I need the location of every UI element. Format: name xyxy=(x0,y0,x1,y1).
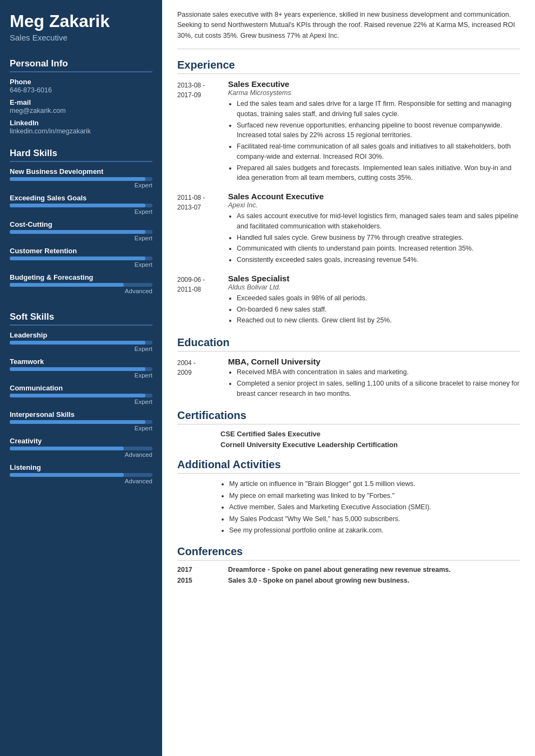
education-section: Education 2004 -2009 MBA, Cornell Univer… xyxy=(177,336,520,400)
edu-dates: 2004 -2009 xyxy=(177,357,220,400)
skill-level: Expert xyxy=(10,261,152,268)
bullet-item: Led the sales team and sales drive for a… xyxy=(237,99,520,119)
soft-skill-item: Teamwork Expert xyxy=(10,357,152,379)
skill-bar-bg xyxy=(10,230,152,234)
skill-level: Advanced xyxy=(10,288,152,294)
conference-item: 2015 Sales 3.0 - Spoke on panel about gr… xyxy=(177,577,520,584)
skill-bar-fill xyxy=(10,367,145,371)
job-item: 2013-08 -2017-09 Sales Executive Karma M… xyxy=(177,79,520,184)
personal-info-heading: Personal Info xyxy=(10,58,152,72)
skill-name: Exceeding Sales Goals xyxy=(10,194,152,202)
bullet-item: Communicated with clients to understand … xyxy=(237,244,520,254)
hard-skill-item: Cost-Cutting Expert xyxy=(10,220,152,241)
personal-info-section: Personal Info Phone 646-873-6016 E-mail … xyxy=(0,50,162,139)
bullet-item: Handled full sales cycle. Grew business … xyxy=(237,233,520,243)
hard-skill-item: New Business Development Expert xyxy=(10,167,152,188)
job-company: Apexi Inc. xyxy=(228,201,520,209)
cert-item: CSE Certified Sales Executive xyxy=(177,430,520,438)
conf-year: 2015 xyxy=(177,577,220,584)
activities-heading: Additional Activities xyxy=(177,458,520,474)
skill-bar-bg xyxy=(10,283,152,287)
sidebar: Meg Zakarik Sales Executive Personal Inf… xyxy=(0,0,162,756)
skill-bar-fill xyxy=(10,341,145,345)
education-item: 2004 -2009 MBA, Cornell University Recei… xyxy=(177,357,520,400)
skill-name: Budgeting & Forecasting xyxy=(10,273,152,281)
skill-bar-fill xyxy=(10,204,145,207)
conferences-list: 2017 Dreamforce - Spoke on panel about g… xyxy=(177,566,520,584)
skill-name: Teamwork xyxy=(10,357,152,366)
skill-bar-fill xyxy=(10,230,145,234)
job-bullets: As sales account executive for mid-level… xyxy=(228,211,520,265)
edu-degree: MBA, Cornell University xyxy=(228,357,520,366)
skill-level: Expert xyxy=(10,346,152,352)
candidate-name: Meg Zakarik xyxy=(10,12,152,31)
job-title: Sales Specialist xyxy=(228,274,520,283)
bullet-item: Exceeded sales goals in 98% of all perio… xyxy=(237,293,520,303)
hard-skills-section: Hard Skills New Business Development Exp… xyxy=(0,139,162,303)
job-company: Karma Microsystems xyxy=(228,89,520,97)
job-dates: 2011-08 -2013-07 xyxy=(177,192,220,266)
soft-skill-item: Interpersonal Skills Expert xyxy=(10,410,152,431)
job-title: Sales Executive xyxy=(228,79,520,89)
skill-bar-bg xyxy=(10,420,152,424)
edu-bullets: Received MBA with concentration in sales… xyxy=(228,367,520,399)
summary-text: Passionate sales executive with 8+ years… xyxy=(177,10,520,49)
soft-skills-section: Soft Skills Leadership Expert Teamwork E… xyxy=(0,303,162,493)
email-value: meg@zakarik.com xyxy=(10,107,152,114)
skill-level: Expert xyxy=(10,182,152,188)
skill-bar-fill xyxy=(10,283,124,287)
skill-bar-bg xyxy=(10,341,152,345)
skill-bar-bg xyxy=(10,473,152,477)
bullet-item: On-boarded 6 new sales staff. xyxy=(237,305,520,315)
activities-list: My article on influence in "Brain Blogge… xyxy=(177,479,520,536)
skill-name: Listening xyxy=(10,463,152,471)
certs-list: CSE Certified Sales ExecutiveCornell Uni… xyxy=(177,430,520,449)
skill-level: Expert xyxy=(10,372,152,379)
conferences-section: Conferences 2017 Dreamforce - Spoke on p… xyxy=(177,545,520,584)
education-heading: Education xyxy=(177,336,520,352)
bullet-item: Consistently exceeded sales goals, incre… xyxy=(237,255,520,265)
bullet-item: As sales account executive for mid-level… xyxy=(237,211,520,232)
phone-value: 646-873-6016 xyxy=(10,86,152,94)
skill-bar-bg xyxy=(10,256,152,260)
conference-item: 2017 Dreamforce - Spoke on panel about g… xyxy=(177,566,520,573)
skill-name: Cost-Cutting xyxy=(10,220,152,228)
conf-desc: Sales 3.0 - Spoke on panel about growing… xyxy=(228,577,520,584)
job-dates: 2013-08 -2017-09 xyxy=(177,79,220,184)
certifications-section: Certifications CSE Certified Sales Execu… xyxy=(177,409,520,449)
skill-bar-bg xyxy=(10,394,152,397)
skill-level: Expert xyxy=(10,425,152,431)
skill-bar-bg xyxy=(10,204,152,207)
linkedin-value: linkedin.com/in/megzakarik xyxy=(10,127,152,135)
job-item: 2011-08 -2013-07 Sales Account Executive… xyxy=(177,192,520,266)
bullet-item: Prepared all sales budgets and forecasts… xyxy=(237,163,520,184)
bullet-item: Facilitated real-time communication of a… xyxy=(237,141,520,162)
hard-skill-item: Budgeting & Forecasting Advanced xyxy=(10,273,152,294)
activities-section: Additional Activities My article on infl… xyxy=(177,458,520,536)
activity-item: My article on influence in "Brain Blogge… xyxy=(229,479,520,489)
job-bullets: Led the sales team and sales drive for a… xyxy=(228,99,520,183)
soft-skill-item: Leadership Expert xyxy=(10,331,152,352)
activity-item: Active member, Sales and Marketing Execu… xyxy=(229,502,520,512)
job-bullets: Exceeded sales goals in 98% of all perio… xyxy=(228,293,520,326)
skill-bar-bg xyxy=(10,177,152,181)
hard-skill-item: Exceeding Sales Goals Expert xyxy=(10,194,152,215)
job-content: Sales Specialist Aldus Bolivar Ltd. Exce… xyxy=(228,274,520,327)
education-list: 2004 -2009 MBA, Cornell University Recei… xyxy=(177,357,520,400)
edu-content: MBA, Cornell University Received MBA wit… xyxy=(228,357,520,400)
job-content: Sales Executive Karma Microsystems Led t… xyxy=(228,79,520,184)
cert-item: Cornell University Executive Leadership … xyxy=(177,441,520,449)
activity-item: My Sales Podcast "Why We Sell," has 5,00… xyxy=(229,514,520,524)
linkedin-label: LinkedIn xyxy=(10,119,152,127)
job-dates: 2009-06 -2011-08 xyxy=(177,274,220,327)
skill-name: Communication xyxy=(10,384,152,392)
skill-bar-fill xyxy=(10,447,124,450)
activity-item: My piece on email marketing was linked t… xyxy=(229,491,520,501)
bullet-item: Completed a senior project in sales, sel… xyxy=(237,379,520,399)
sidebar-header: Meg Zakarik Sales Executive xyxy=(0,0,162,50)
experience-heading: Experience xyxy=(177,59,520,74)
skill-bar-bg xyxy=(10,367,152,371)
conferences-heading: Conferences xyxy=(177,545,520,561)
soft-skills-list: Leadership Expert Teamwork Expert Commun… xyxy=(10,331,152,484)
job-item: 2009-06 -2011-08 Sales Specialist Aldus … xyxy=(177,274,520,327)
